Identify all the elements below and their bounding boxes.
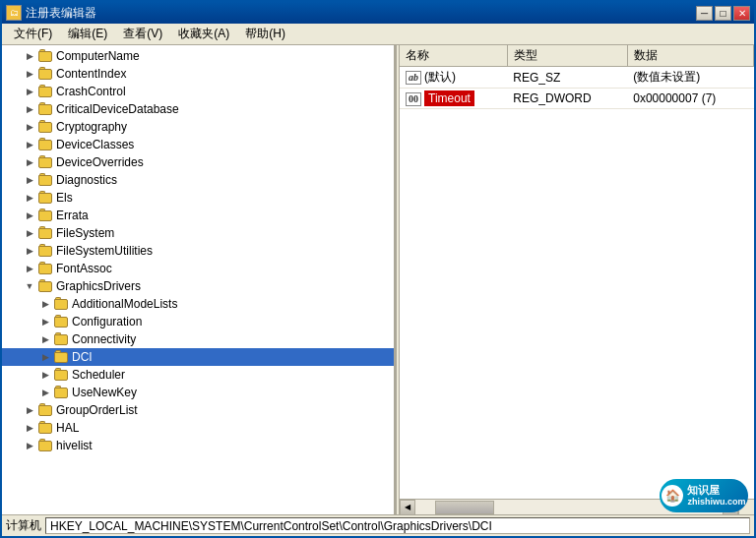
tree-item[interactable]: ▶ComputerName <box>2 47 394 65</box>
tree-expander-icon: ▶ <box>22 100 37 118</box>
reg-type-cell: REG_SZ <box>507 67 627 89</box>
title-bar: 🗂 注册表编辑器 ─ □ ✕ <box>2 2 754 24</box>
tree-expander-icon: ▶ <box>37 366 53 384</box>
folder-icon <box>37 85 53 98</box>
tree-item-label: DeviceOverrides <box>56 155 144 169</box>
title-bar-text: 🗂 注册表编辑器 <box>6 5 96 22</box>
folder-icon <box>53 368 69 382</box>
folder-icon <box>37 421 53 435</box>
folder-icon <box>37 138 53 151</box>
right-pane: 名称 类型 数据 ab(默认)REG_SZ(数值未设置)00TimeoutREG… <box>400 45 754 514</box>
tree-expander-icon: ▶ <box>22 437 37 454</box>
tree-scroll[interactable]: ▶ComputerName▶ContentIndex▶CrashControl▶… <box>2 45 394 514</box>
tree-item[interactable]: ▶FileSystemUtilities <box>2 242 394 260</box>
tree-item-label: CrashControl <box>56 85 126 98</box>
computer-label: 计算机 <box>6 517 45 534</box>
close-button[interactable]: ✕ <box>733 6 750 21</box>
tree-item[interactable]: ▶Diagnostics <box>2 171 394 189</box>
tree-expander-icon: ▶ <box>22 401 37 419</box>
folder-icon <box>37 191 53 205</box>
folder-icon <box>53 350 69 364</box>
reg-value-icon: ab <box>406 71 421 85</box>
tree-item[interactable]: ▶UseNewKey <box>2 384 394 401</box>
reg-name-cell: 00Timeout <box>400 89 507 109</box>
tree-item[interactable]: ▶Connectivity <box>2 330 394 348</box>
tree-item-label: Els <box>56 191 73 205</box>
col-data: 数据 <box>627 45 753 67</box>
tree-item[interactable]: ▶ContentIndex <box>2 65 394 83</box>
tree-item-label: DeviceClasses <box>56 138 134 151</box>
main-content: ▶ComputerName▶ContentIndex▶CrashControl▶… <box>2 45 754 514</box>
table-row[interactable]: ab(默认)REG_SZ(数值未设置) <box>400 67 754 89</box>
folder-icon <box>53 297 69 311</box>
folder-icon <box>37 102 53 116</box>
tree-expander-icon: ▶ <box>22 224 37 242</box>
tree-item[interactable]: ▶DeviceOverrides <box>2 153 394 171</box>
tree-item-label: FontAssoc <box>56 262 112 275</box>
folder-icon <box>37 403 53 417</box>
tree-item[interactable]: ▶Configuration <box>2 313 394 330</box>
menu-edit[interactable]: 编辑(E) <box>60 24 115 44</box>
tree-pane: ▶ComputerName▶ContentIndex▶CrashControl▶… <box>2 45 396 514</box>
tree-item-label: Errata <box>56 209 89 222</box>
tree-item[interactable]: ▶CriticalDeviceDatabase <box>2 100 394 118</box>
menu-help[interactable]: 帮助(H) <box>237 24 293 44</box>
tree-item-label: Cryptography <box>56 120 127 134</box>
folder-icon <box>37 120 53 134</box>
registry-editor-window: 🗂 注册表编辑器 ─ □ ✕ 文件(F) 编辑(E) 查看(V) 收藏夹(A) … <box>0 0 756 538</box>
col-name: 名称 <box>400 45 507 67</box>
menu-file[interactable]: 文件(F) <box>6 24 60 44</box>
tree-expander-icon: ▶ <box>22 419 37 437</box>
registry-values-table: 名称 类型 数据 ab(默认)REG_SZ(数值未设置)00TimeoutREG… <box>400 45 754 499</box>
tree-item[interactable]: ▶AdditionalModeLists <box>2 295 394 313</box>
tree-item[interactable]: ▼GraphicsDrivers <box>2 277 394 295</box>
minimize-button[interactable]: ─ <box>696 6 713 21</box>
tree-expander-icon: ▶ <box>22 260 37 277</box>
watermark-text: 知识屋 zhishiwu.com <box>687 484 745 508</box>
tree-item[interactable]: ▶FileSystem <box>2 224 394 242</box>
tree-expander-icon: ▶ <box>22 118 37 136</box>
tree-item-label: hivelist <box>56 439 93 452</box>
tree-item[interactable]: ▶Els <box>2 189 394 207</box>
scroll-thumb[interactable] <box>435 501 494 514</box>
menu-view[interactable]: 查看(V) <box>115 24 170 44</box>
tree-expander-icon: ▶ <box>22 153 37 171</box>
tree-expander-icon: ▶ <box>37 384 53 401</box>
tree-item-label: Scheduler <box>72 368 125 382</box>
table-row[interactable]: 00TimeoutREG_DWORD0x00000007 (7) <box>400 89 754 109</box>
tree-item[interactable]: ▶FontAssoc <box>2 260 394 277</box>
tree-item[interactable]: ▶HAL <box>2 419 394 437</box>
reg-name-cell: ab(默认) <box>400 67 507 89</box>
tree-item[interactable]: ▶Scheduler <box>2 366 394 384</box>
folder-icon <box>37 67 53 81</box>
status-bar: 计算机 HKEY_LOCAL_MACHINE\SYSTEM\CurrentCon… <box>2 514 754 536</box>
tree-item[interactable]: ▶CrashControl <box>2 83 394 100</box>
tree-item-label: DCI <box>72 350 93 364</box>
folder-icon <box>37 49 53 63</box>
tree-item-label: Configuration <box>72 315 142 329</box>
tree-expander-icon: ▶ <box>22 242 37 260</box>
folder-icon <box>37 439 53 452</box>
scroll-left-button[interactable]: ◀ <box>400 500 415 515</box>
tree-expander-icon: ▼ <box>22 277 37 295</box>
tree-item[interactable]: ▶GroupOrderList <box>2 401 394 419</box>
tree-item-label: ComputerName <box>56 49 140 63</box>
tree-item[interactable]: ▶DCI <box>2 348 394 366</box>
tree-item[interactable]: ▶hivelist <box>2 437 394 454</box>
tree-item[interactable]: ▶Cryptography <box>2 118 394 136</box>
tree-item[interactable]: ▶DeviceClasses <box>2 136 394 153</box>
watermark: 🏠 知识屋 zhishiwu.com <box>660 479 748 512</box>
maximize-button[interactable]: □ <box>715 6 731 21</box>
tree-item-label: ContentIndex <box>56 67 126 81</box>
menu-favorites[interactable]: 收藏夹(A) <box>170 24 237 44</box>
reg-value-icon: 00 <box>406 92 421 106</box>
tree-item-label: Connectivity <box>72 332 136 346</box>
tree-item-label: FileSystem <box>56 226 114 240</box>
tree-expander-icon: ▶ <box>22 189 37 207</box>
tree-item[interactable]: ▶Errata <box>2 207 394 224</box>
reg-type-cell: REG_DWORD <box>507 89 627 109</box>
folder-icon <box>37 262 53 275</box>
tree-item-label: HAL <box>56 421 79 435</box>
folder-icon <box>53 386 69 399</box>
tree-expander-icon: ▶ <box>22 207 37 224</box>
